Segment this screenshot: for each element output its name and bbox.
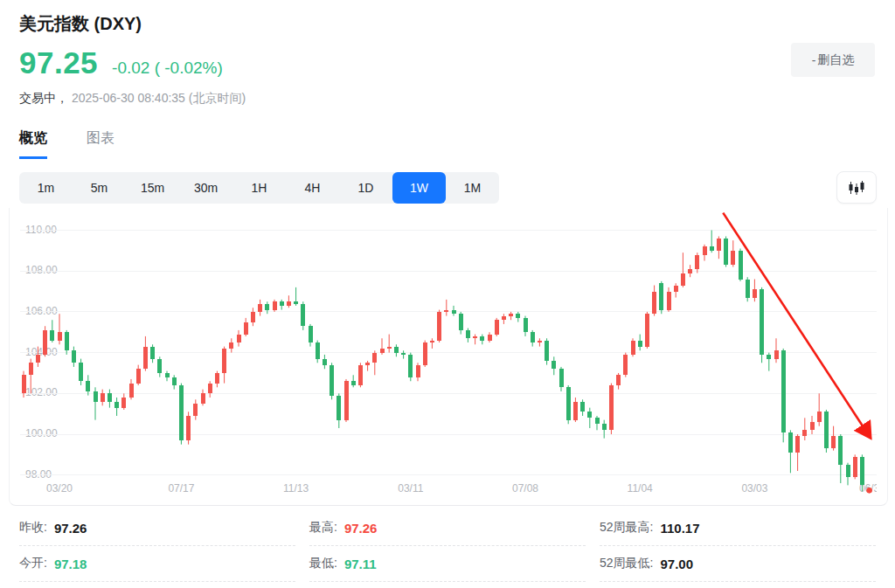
stat-label: 最高: bbox=[309, 520, 337, 536]
interval-15m[interactable]: 15m bbox=[126, 172, 179, 204]
stat-row: 昨收:97.26 bbox=[19, 510, 295, 546]
interval-selector: 1m5m15m30m1H4H1D1W1M bbox=[19, 172, 499, 204]
minus-icon: - bbox=[812, 53, 816, 67]
chart-area: 110.00108.00106.00104.00102.00100.0098.0… bbox=[20, 212, 877, 502]
current-price: 97.25 bbox=[19, 45, 98, 80]
page-title: 美元指数 (DXY) bbox=[19, 12, 142, 36]
stat-row: 最高:97.26 bbox=[309, 510, 586, 546]
interval-1W[interactable]: 1W bbox=[392, 172, 446, 204]
interval-1H[interactable]: 1H bbox=[232, 172, 286, 204]
remove-watchlist-button[interactable]: - 删自选 bbox=[791, 43, 875, 77]
price-change: -0.02 ( -0.02%) bbox=[112, 59, 223, 78]
stat-row: 52周最高:110.17 bbox=[600, 510, 876, 546]
timezone-text: (北京时间) bbox=[189, 91, 246, 105]
stats-column: 52周最高:110.1752周最低:97.00 bbox=[600, 510, 876, 582]
stat-value: 97.00 bbox=[660, 557, 693, 571]
timestamp: 2025-06-30 08:40:35 bbox=[72, 91, 185, 105]
stats-panel: 昨收:97.26今开:97.18最高:97.26最低:97.1152周最高:11… bbox=[19, 510, 876, 582]
interval-1M[interactable]: 1M bbox=[446, 172, 499, 204]
trend-arrow-annotation bbox=[723, 213, 871, 439]
interval-1m[interactable]: 1m bbox=[19, 172, 73, 204]
interval-30m[interactable]: 30m bbox=[179, 172, 232, 204]
stat-value: 97.11 bbox=[344, 557, 377, 571]
stat-label: 52周最低: bbox=[600, 556, 653, 571]
stat-value: 97.26 bbox=[344, 521, 378, 536]
interval-5m[interactable]: 5m bbox=[73, 172, 126, 204]
trading-status: 交易中， 2025-06-30 08:40:35 (北京时间) bbox=[19, 91, 246, 107]
interval-4H[interactable]: 4H bbox=[286, 172, 339, 204]
stat-value: 110.17 bbox=[660, 521, 699, 536]
stats-column: 最高:97.26最低:97.11 bbox=[309, 510, 586, 582]
status-label: 交易中， bbox=[19, 91, 68, 105]
tab-overview[interactable]: 概览 bbox=[19, 129, 47, 159]
stat-row: 最低:97.11 bbox=[309, 546, 586, 582]
stat-value: 97.18 bbox=[54, 557, 87, 571]
stats-column: 昨收:97.26今开:97.18 bbox=[19, 510, 295, 582]
interval-1D[interactable]: 1D bbox=[339, 172, 392, 204]
stat-row: 今开:97.18 bbox=[19, 546, 295, 582]
chart-style-button[interactable] bbox=[836, 171, 877, 204]
stat-label: 今开: bbox=[19, 556, 47, 571]
price-block: 97.25 -0.02 ( -0.02%) bbox=[19, 45, 223, 80]
candlestick-icon bbox=[848, 180, 865, 196]
tab-bar: 概览 图表 bbox=[19, 129, 114, 159]
candlestick-chart[interactable] bbox=[20, 212, 877, 502]
chart-card: 110.00108.00106.00104.00102.00100.0098.0… bbox=[9, 208, 888, 506]
tab-chart[interactable]: 图表 bbox=[87, 129, 114, 159]
stat-label: 52周最高: bbox=[600, 520, 653, 536]
stat-label: 昨收: bbox=[19, 520, 47, 536]
stat-row: 52周最低:97.00 bbox=[600, 546, 876, 582]
last-price-dot bbox=[866, 488, 872, 494]
stat-label: 最低: bbox=[309, 556, 337, 571]
stat-value: 97.26 bbox=[54, 521, 87, 536]
watchlist-button-label: 删自选 bbox=[817, 52, 854, 68]
